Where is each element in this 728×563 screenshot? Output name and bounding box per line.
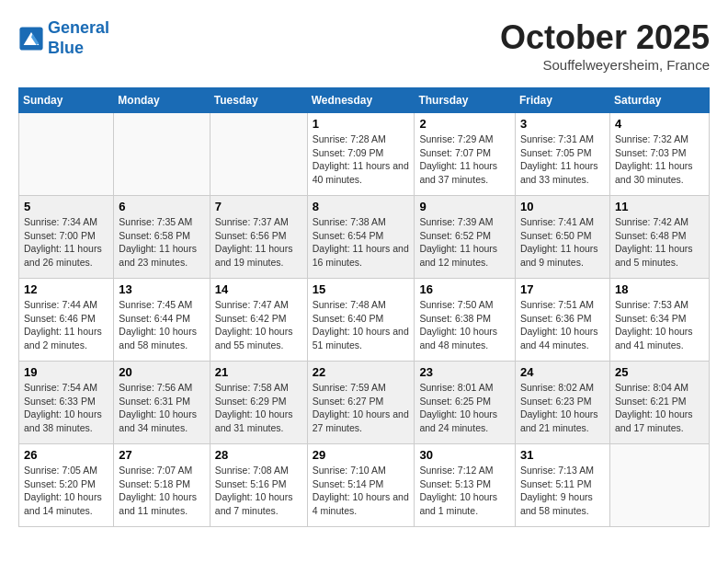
day-number: 1 [313,117,410,131]
day-info: Sunrise: 8:02 AM Sunset: 6:23 PM Dayligh… [520,381,605,435]
month-title: October 2025 [500,18,710,57]
day-number: 29 [313,448,410,462]
calendar-cell: 28Sunrise: 7:08 AM Sunset: 5:16 PM Dayli… [210,444,307,527]
calendar-cell [114,113,210,196]
calendar-cell: 6Sunrise: 7:35 AM Sunset: 6:58 PM Daylig… [114,196,210,279]
day-number: 25 [615,365,704,379]
calendar-cell: 23Sunrise: 8:01 AM Sunset: 6:25 PM Dayli… [415,362,516,444]
day-info: Sunrise: 7:13 AM Sunset: 5:11 PM Dayligh… [520,464,605,518]
calendar-cell: 20Sunrise: 7:56 AM Sunset: 6:31 PM Dayli… [114,362,210,444]
title-block: October 2025 Souffelweyersheim, France [500,18,710,73]
day-number: 7 [215,200,302,213]
calendar-cell: 3Sunrise: 7:31 AM Sunset: 7:05 PM Daylig… [515,113,609,196]
day-info: Sunrise: 7:35 AM Sunset: 6:58 PM Dayligh… [119,215,204,270]
day-number: 24 [520,365,605,379]
day-number: 30 [419,448,510,462]
calendar-cell: 12Sunrise: 7:44 AM Sunset: 6:46 PM Dayli… [19,279,114,362]
calendar-cell: 7Sunrise: 7:37 AM Sunset: 6:56 PM Daylig… [210,196,307,279]
page-header: General Blue October 2025 Souffelweyersh… [18,18,710,73]
calendar-cell [609,444,709,527]
calendar-cell: 1Sunrise: 7:28 AM Sunset: 7:09 PM Daylig… [307,113,415,196]
day-info: Sunrise: 7:08 AM Sunset: 5:16 PM Dayligh… [215,464,302,518]
calendar-cell: 27Sunrise: 7:07 AM Sunset: 5:18 PM Dayli… [114,444,210,527]
calendar-cell: 18Sunrise: 7:53 AM Sunset: 6:34 PM Dayli… [609,279,709,362]
day-number: 11 [615,200,704,213]
day-info: Sunrise: 7:48 AM Sunset: 6:40 PM Dayligh… [313,298,410,352]
day-info: Sunrise: 7:39 AM Sunset: 6:52 PM Dayligh… [419,215,510,270]
day-number: 14 [215,282,302,296]
calendar-cell: 14Sunrise: 7:47 AM Sunset: 6:42 PM Dayli… [210,279,307,362]
calendar-body: 1Sunrise: 7:28 AM Sunset: 7:09 PM Daylig… [19,113,710,527]
day-info: Sunrise: 7:51 AM Sunset: 6:36 PM Dayligh… [520,298,605,352]
calendar-cell: 11Sunrise: 7:42 AM Sunset: 6:48 PM Dayli… [609,196,709,279]
day-info: Sunrise: 7:50 AM Sunset: 6:38 PM Dayligh… [419,298,510,352]
calendar-cell: 24Sunrise: 8:02 AM Sunset: 6:23 PM Dayli… [515,362,609,444]
calendar-cell: 8Sunrise: 7:38 AM Sunset: 6:54 PM Daylig… [307,196,415,279]
header-day-thursday: Thursday [415,88,516,113]
day-number: 16 [419,282,510,296]
calendar-table: SundayMondayTuesdayWednesdayThursdayFrid… [18,87,710,527]
calendar-cell: 19Sunrise: 7:54 AM Sunset: 6:33 PM Dayli… [19,362,114,444]
day-number: 13 [119,282,204,296]
header-row: SundayMondayTuesdayWednesdayThursdayFrid… [19,88,710,113]
day-number: 15 [313,282,410,296]
day-info: Sunrise: 7:56 AM Sunset: 6:31 PM Dayligh… [119,381,204,435]
day-info: Sunrise: 7:58 AM Sunset: 6:29 PM Dayligh… [215,381,302,435]
day-info: Sunrise: 8:01 AM Sunset: 6:25 PM Dayligh… [419,381,510,435]
calendar-cell [19,113,114,196]
day-number: 22 [313,365,410,379]
calendar-header: SundayMondayTuesdayWednesdayThursdayFrid… [19,88,710,113]
day-info: Sunrise: 8:04 AM Sunset: 6:21 PM Dayligh… [615,381,704,435]
day-info: Sunrise: 7:59 AM Sunset: 6:27 PM Dayligh… [313,381,410,435]
day-info: Sunrise: 7:38 AM Sunset: 6:54 PM Dayligh… [313,215,410,270]
day-number: 4 [615,117,704,131]
day-number: 23 [419,365,510,379]
day-info: Sunrise: 7:05 AM Sunset: 5:20 PM Dayligh… [24,464,108,518]
week-row-4: 19Sunrise: 7:54 AM Sunset: 6:33 PM Dayli… [19,362,710,444]
day-number: 2 [419,117,510,131]
location-subtitle: Souffelweyersheim, France [500,57,710,73]
calendar-cell: 15Sunrise: 7:48 AM Sunset: 6:40 PM Dayli… [307,279,415,362]
calendar-cell: 10Sunrise: 7:41 AM Sunset: 6:50 PM Dayli… [515,196,609,279]
day-info: Sunrise: 7:29 AM Sunset: 7:07 PM Dayligh… [419,132,510,187]
header-day-sunday: Sunday [19,88,114,113]
day-number: 12 [24,282,108,296]
calendar-cell: 4Sunrise: 7:32 AM Sunset: 7:03 PM Daylig… [609,113,709,196]
day-info: Sunrise: 7:37 AM Sunset: 6:56 PM Dayligh… [215,215,302,270]
calendar-cell: 30Sunrise: 7:12 AM Sunset: 5:13 PM Dayli… [415,444,516,527]
logo-icon [18,26,44,52]
calendar-cell: 5Sunrise: 7:34 AM Sunset: 7:00 PM Daylig… [19,196,114,279]
header-day-saturday: Saturday [609,88,709,113]
day-number: 18 [615,282,704,296]
calendar-cell: 16Sunrise: 7:50 AM Sunset: 6:38 PM Dayli… [415,279,516,362]
day-number: 21 [215,365,302,379]
day-info: Sunrise: 7:42 AM Sunset: 6:48 PM Dayligh… [615,215,704,270]
day-number: 17 [520,282,605,296]
day-number: 5 [24,200,108,213]
day-info: Sunrise: 7:32 AM Sunset: 7:03 PM Dayligh… [615,132,704,187]
week-row-5: 26Sunrise: 7:05 AM Sunset: 5:20 PM Dayli… [19,444,710,527]
day-info: Sunrise: 7:34 AM Sunset: 7:00 PM Dayligh… [24,215,108,270]
logo-text: General Blue [48,18,109,58]
week-row-1: 1Sunrise: 7:28 AM Sunset: 7:09 PM Daylig… [19,113,710,196]
day-number: 6 [119,200,204,213]
calendar-cell: 31Sunrise: 7:13 AM Sunset: 5:11 PM Dayli… [515,444,609,527]
calendar-cell: 2Sunrise: 7:29 AM Sunset: 7:07 PM Daylig… [415,113,516,196]
week-row-2: 5Sunrise: 7:34 AM Sunset: 7:00 PM Daylig… [19,196,710,279]
day-info: Sunrise: 7:47 AM Sunset: 6:42 PM Dayligh… [215,298,302,352]
day-info: Sunrise: 7:28 AM Sunset: 7:09 PM Dayligh… [313,132,410,187]
logo: General Blue [18,18,109,58]
header-day-wednesday: Wednesday [307,88,415,113]
day-number: 26 [24,448,108,462]
day-info: Sunrise: 7:07 AM Sunset: 5:18 PM Dayligh… [119,464,204,518]
day-number: 10 [520,200,605,213]
calendar-cell: 9Sunrise: 7:39 AM Sunset: 6:52 PM Daylig… [415,196,516,279]
day-info: Sunrise: 7:53 AM Sunset: 6:34 PM Dayligh… [615,298,704,352]
calendar-cell [210,113,307,196]
week-row-3: 12Sunrise: 7:44 AM Sunset: 6:46 PM Dayli… [19,279,710,362]
day-info: Sunrise: 7:45 AM Sunset: 6:44 PM Dayligh… [119,298,204,352]
day-number: 8 [313,200,410,213]
header-day-friday: Friday [515,88,609,113]
day-info: Sunrise: 7:54 AM Sunset: 6:33 PM Dayligh… [24,381,108,435]
header-day-monday: Monday [114,88,210,113]
